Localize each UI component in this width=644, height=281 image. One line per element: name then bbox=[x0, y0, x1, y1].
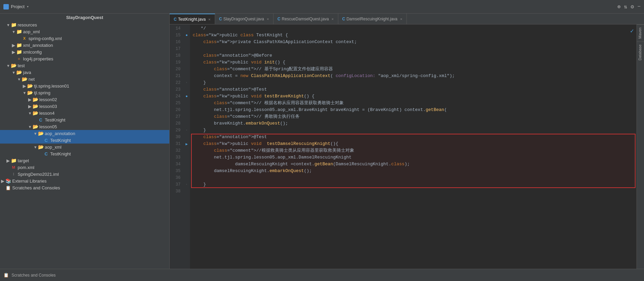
tree-item[interactable]: 📋Scratches and Consoles bbox=[0, 184, 169, 191]
navigate-icon[interactable]: ⊕ bbox=[617, 3, 621, 10]
code-line[interactable]: class="annotation">@Test bbox=[193, 134, 634, 140]
code-line[interactable]: damselRescuingKnight.embarkOnQuest(); bbox=[193, 168, 634, 174]
code-line[interactable]: } bbox=[193, 79, 634, 86]
editor-tab[interactable]: CTestKnight.java× bbox=[170, 14, 215, 24]
gutter-cell[interactable] bbox=[183, 66, 190, 73]
code-line[interactable]: class="comment">//根据救美骑士类从应用容器里获取救美骑士对象 bbox=[193, 147, 634, 154]
tree-arrow-icon[interactable]: ▶ bbox=[22, 83, 27, 89]
gutter-cell[interactable] bbox=[183, 25, 190, 32]
gutter-cell[interactable]: ◦ bbox=[183, 79, 190, 86]
tree-arrow-icon[interactable]: ▾ bbox=[11, 70, 16, 75]
tree-item[interactable]: ▾📂aop_xml bbox=[0, 144, 169, 150]
tree-arrow-icon[interactable]: ▶ bbox=[5, 158, 11, 163]
code-line[interactable]: net.tjl.spring.lesson05.aop_xml.BraveKni… bbox=[193, 107, 634, 113]
tree-item[interactable]: ▶📂tji.spring.lesson01 bbox=[0, 82, 169, 89]
gutter-cell[interactable] bbox=[183, 39, 190, 45]
code-line[interactable]: class="kw">public void init() { bbox=[193, 59, 634, 66]
gutter-cell[interactable] bbox=[183, 113, 190, 120]
code-line[interactable]: damselRescuingKnight =context.getBean(Da… bbox=[193, 161, 634, 168]
code-line[interactable]: class="comment">// 根据名称从应用容器里获取勇敢骑士对象 bbox=[193, 100, 634, 107]
settings-icon[interactable]: ⚙ bbox=[631, 3, 634, 10]
code-line[interactable]: class="kw">private ClassPathXmlApplicati… bbox=[193, 39, 634, 45]
tree-item[interactable]: ▶📚External Libraries bbox=[0, 177, 169, 184]
gutter-cell[interactable] bbox=[183, 86, 190, 93]
tab-close-icon[interactable]: × bbox=[208, 17, 210, 21]
code-line[interactable]: class="kw">public void testDamselRescuin… bbox=[193, 140, 634, 147]
tree-item[interactable]: ▾📂tjl.spring bbox=[0, 89, 169, 96]
tree-item[interactable]: CTestKnight bbox=[0, 137, 169, 144]
gutter-cell[interactable] bbox=[183, 52, 190, 59]
tree-item[interactable]: Mpom.xml bbox=[0, 164, 169, 171]
tree-arrow-icon[interactable]: ▾ bbox=[5, 22, 11, 27]
tree-item[interactable]: Xspring-config.xml bbox=[0, 35, 169, 42]
gutter-cell[interactable]: ▶ bbox=[183, 140, 190, 147]
gutter-cell[interactable] bbox=[183, 120, 190, 127]
gutter-cell[interactable]: ● bbox=[183, 93, 190, 100]
scratches-label[interactable]: Scratches and Consoles bbox=[12, 273, 56, 278]
code-line[interactable] bbox=[193, 45, 634, 52]
tree-arrow-icon[interactable]: ▾ bbox=[11, 29, 16, 34]
minimize-icon[interactable]: − bbox=[637, 4, 641, 10]
tree-item[interactable]: ▶📂lesson02 bbox=[0, 96, 169, 103]
editor-tab[interactable]: CRescueDamselQuest.java× bbox=[273, 14, 338, 24]
code-line[interactable] bbox=[193, 188, 634, 195]
database-tab[interactable]: Database bbox=[637, 41, 644, 63]
tree-arrow-icon[interactable]: ▶ bbox=[11, 50, 16, 55]
gutter-cell[interactable] bbox=[183, 107, 190, 113]
gutter-cell[interactable] bbox=[183, 168, 190, 174]
tree-arrow-icon[interactable]: ▾ bbox=[33, 131, 38, 136]
tree-arrow-icon[interactable]: ▾ bbox=[22, 90, 27, 95]
tab-close-icon[interactable]: × bbox=[400, 17, 402, 21]
tree-item[interactable]: CTestKnight bbox=[0, 116, 169, 123]
gutter-cell[interactable] bbox=[183, 161, 190, 168]
code-line[interactable]: } bbox=[193, 127, 634, 134]
tree-item[interactable]: ▶📁xml_annotation bbox=[0, 42, 169, 49]
gutter-cell[interactable] bbox=[183, 154, 190, 161]
tab-close-icon[interactable]: × bbox=[267, 17, 269, 21]
tree-item[interactable]: ≡log4j.properties bbox=[0, 55, 169, 62]
maven-tab[interactable]: Maven bbox=[637, 24, 644, 41]
tab-close-icon[interactable]: × bbox=[332, 17, 334, 21]
code-line[interactable]: context = new ClassPathXmlApplicationCon… bbox=[193, 73, 634, 79]
gutter-cell[interactable] bbox=[183, 45, 190, 52]
tree-arrow-icon[interactable]: ▾ bbox=[5, 63, 11, 68]
tree-arrow-icon[interactable]: ▶ bbox=[27, 97, 33, 102]
collapse-icon[interactable]: ⇅ bbox=[624, 3, 627, 10]
dropdown-arrow-icon[interactable]: ▾ bbox=[26, 4, 29, 9]
code-line[interactable]: */ bbox=[193, 25, 634, 32]
code-line[interactable]: class="comment">// 勇敢骑士执行任务 bbox=[193, 113, 634, 120]
gutter-cell[interactable] bbox=[183, 147, 190, 154]
tree-item[interactable]: ▶📁xmlconfig bbox=[0, 49, 169, 55]
code-line[interactable]: net.tjl.spring.lesson05.aop_xml.DamselRe… bbox=[193, 154, 634, 161]
editor-tab[interactable]: CSlayDragonQuest.java× bbox=[215, 14, 273, 24]
code-line[interactable]: } bbox=[193, 181, 634, 188]
code-line[interactable]: class="annotation">@Before bbox=[193, 52, 634, 59]
tree-arrow-icon[interactable]: ▾ bbox=[33, 145, 38, 150]
tree-arrow-icon[interactable]: ▾ bbox=[27, 124, 33, 129]
code-line[interactable]: class="comment">// 基于Spring配置文件创建应用容器 bbox=[193, 66, 634, 73]
tree-item[interactable]: ▾📂java bbox=[0, 69, 169, 76]
tree-arrow-icon[interactable]: ▶ bbox=[27, 104, 33, 109]
code-line[interactable]: class="annotation">@Test bbox=[193, 86, 634, 93]
gutter-cell[interactable]: ◦ bbox=[183, 181, 190, 188]
gutter-cell[interactable] bbox=[183, 134, 190, 140]
code-line[interactable] bbox=[193, 174, 634, 181]
code-line[interactable]: class="kw">public void testBraveKnight()… bbox=[193, 93, 634, 100]
code-line[interactable]: class="kw">public class TestKnight { bbox=[193, 32, 634, 39]
tree-item[interactable]: ▾📂test bbox=[0, 62, 169, 69]
tree-item[interactable]: ▾📂net bbox=[0, 76, 169, 82]
gutter-cell[interactable] bbox=[183, 174, 190, 181]
gutter-cell[interactable] bbox=[183, 59, 190, 66]
code-editor[interactable]: */class="kw">public class TestKnight { c… bbox=[190, 24, 637, 269]
tree-item[interactable]: ▾📁resources bbox=[0, 21, 169, 28]
gutter-cell[interactable] bbox=[183, 73, 190, 79]
tree-arrow-icon[interactable]: ▶ bbox=[11, 43, 16, 48]
tree-arrow-icon[interactable]: ▾ bbox=[16, 77, 22, 82]
tree-item[interactable]: ▶📁target bbox=[0, 157, 169, 164]
gutter-cell[interactable]: ◦ bbox=[183, 127, 190, 134]
tree-item[interactable]: ▶📂lesson03 bbox=[0, 103, 169, 110]
code-line[interactable]: braveKnight.embarkOnQuest(); bbox=[193, 120, 634, 127]
tree-item[interactable]: CTestKnight bbox=[0, 150, 169, 157]
tree-item[interactable]: ▾📂lesson05 bbox=[0, 123, 169, 130]
editor-main[interactable]: ✓ 14151617181920212223242526272829303132… bbox=[170, 24, 644, 269]
